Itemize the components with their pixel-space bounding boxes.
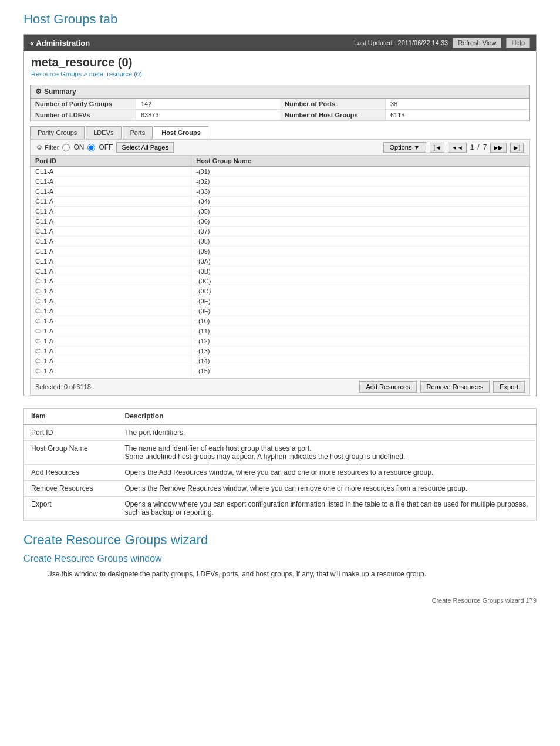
cell-host-group-name: -(07) bbox=[191, 227, 529, 237]
last-page-button[interactable]: ▶| bbox=[510, 143, 524, 153]
total-pages: 7 bbox=[483, 143, 487, 151]
table-row[interactable]: CL1-A-(07) bbox=[31, 227, 529, 237]
cell-port-id: CL1-A bbox=[31, 247, 191, 256]
cell-host-group-name: -(01) bbox=[191, 167, 529, 177]
summary-header: ⚙ Summary bbox=[31, 85, 529, 99]
desc-table-row: Add ResourcesOpens the Add Resources win… bbox=[24, 465, 537, 481]
refresh-view-button[interactable]: Refresh View bbox=[453, 38, 501, 48]
total-count: of 6118 bbox=[69, 383, 91, 390]
table-row[interactable]: CL1-A-(0F) bbox=[31, 306, 529, 316]
table-row[interactable]: CL1-A-(14) bbox=[31, 356, 529, 366]
cell-port-id: CL1-A bbox=[31, 366, 191, 376]
parity-groups-value: 142 bbox=[136, 99, 156, 109]
table-toolbar: ⚙ Filter ON OFF Select All Pages Options… bbox=[30, 139, 530, 156]
remove-resources-button[interactable]: Remove Resources bbox=[420, 381, 490, 393]
table-row[interactable]: CL1-A-(08) bbox=[31, 237, 529, 247]
cell-port-id: CL1-A bbox=[31, 266, 191, 276]
filter-text: Filter bbox=[45, 144, 59, 151]
breadcrumb-link[interactable]: Resource Groups bbox=[31, 70, 82, 77]
cell-port-id: CL1-A bbox=[31, 356, 191, 366]
filter-on-radio[interactable] bbox=[62, 144, 70, 151]
admin-title: « Administration bbox=[30, 39, 90, 48]
create-window-title: Create Resource Groups window bbox=[23, 553, 537, 564]
summary-row-parity: Number of Parity Groups 142 bbox=[31, 99, 280, 110]
create-window-description: Use this window to designate the parity … bbox=[23, 569, 537, 579]
table-row[interactable]: CL1-A-(13) bbox=[31, 346, 529, 356]
parity-groups-label: Number of Parity Groups bbox=[31, 99, 136, 109]
table-row[interactable]: CL1-A-(0E) bbox=[31, 296, 529, 306]
desc-item-description: Opens a window where you can export conf… bbox=[118, 497, 537, 521]
filter-off-label: OFF bbox=[99, 143, 113, 151]
tab-host-groups[interactable]: Host Groups bbox=[154, 126, 208, 139]
table-row[interactable]: CL1-A-(0C) bbox=[31, 276, 529, 286]
desc-table-row: ExportOpens a window where you can expor… bbox=[24, 497, 537, 521]
summary-row-hostgroups: Number of Host Groups 6118 bbox=[280, 110, 529, 121]
export-button[interactable]: Export bbox=[493, 381, 525, 393]
breadcrumb-separator: > meta_resource (0) bbox=[83, 70, 141, 77]
table-row[interactable]: CL1-A-(09) bbox=[31, 247, 529, 256]
admin-title-text: « Administration bbox=[30, 39, 90, 48]
table-row[interactable]: CL1-A-(10) bbox=[31, 316, 529, 326]
desc-item-description: The name and identifier of each host gro… bbox=[118, 441, 537, 465]
tab-ldevs[interactable]: LDEVs bbox=[86, 126, 121, 139]
tab-ports[interactable]: Ports bbox=[123, 126, 153, 139]
table-row[interactable]: CL1-A-(01) bbox=[31, 167, 529, 177]
cell-host-group-name: -(03) bbox=[191, 187, 529, 197]
table-row[interactable]: CL1-A-(0D) bbox=[31, 286, 529, 296]
options-button[interactable]: Options ▼ bbox=[383, 142, 427, 153]
next-page-button[interactable]: ▶▶ bbox=[490, 143, 507, 153]
cell-port-id: CL1-A bbox=[31, 306, 191, 316]
cell-port-id: CL1-A bbox=[31, 207, 191, 217]
prev-page-button[interactable]: ◄◄ bbox=[448, 143, 467, 153]
selected-count: Selected: 0 bbox=[35, 383, 68, 390]
table-row[interactable]: CL1-A-(0B) bbox=[31, 266, 529, 276]
page-number: Create Resource Groups wizard 179 bbox=[23, 597, 537, 604]
summary-icon: ⚙ bbox=[35, 87, 42, 96]
add-resources-button[interactable]: Add Resources bbox=[359, 381, 416, 393]
table-row[interactable]: CL1-A-(15) bbox=[31, 366, 529, 376]
cell-port-id: CL1-A bbox=[31, 336, 191, 346]
table-row[interactable]: CL1-A-(06) bbox=[31, 217, 529, 227]
summary-box: ⚙ Summary Number of Parity Groups 142 Nu… bbox=[30, 85, 530, 121]
col-port-id: Port ID bbox=[31, 156, 191, 167]
cell-host-group-name: -(05) bbox=[191, 207, 529, 217]
help-button[interactable]: Help bbox=[506, 38, 530, 48]
current-page: 1 bbox=[470, 143, 474, 151]
filter-off-radio[interactable] bbox=[87, 144, 95, 151]
first-page-button[interactable]: |◄ bbox=[430, 143, 444, 153]
cell-port-id: CL1-A bbox=[31, 217, 191, 227]
select-all-pages-button[interactable]: Select All Pages bbox=[116, 142, 174, 153]
host-groups-count-label: Number of Host Groups bbox=[280, 110, 386, 120]
cell-port-id: CL1-A bbox=[31, 296, 191, 306]
desc-item-label: Remove Resources bbox=[24, 481, 118, 497]
ldevs-value: 63873 bbox=[136, 110, 164, 120]
data-table-wrapper: Port ID Host Group Name CL1-A-(01)CL1-A-… bbox=[30, 156, 530, 379]
cell-port-id: CL1-A bbox=[31, 237, 191, 247]
admin-header: « Administration Last Updated : 2011/06/… bbox=[24, 35, 536, 51]
desc-table-row: Remove ResourcesOpens the Remove Resourc… bbox=[24, 481, 537, 497]
table-row[interactable]: CL1-A-(12) bbox=[31, 336, 529, 346]
filter-label: ⚙ Filter bbox=[36, 144, 59, 151]
desc-item-label: Port ID bbox=[24, 424, 118, 441]
summary-row-ldevs: Number of LDEVs 63873 bbox=[31, 110, 280, 121]
table-row[interactable]: CL1-A-(11) bbox=[31, 326, 529, 336]
ports-value: 38 bbox=[386, 99, 402, 109]
cell-port-id: CL1-A bbox=[31, 286, 191, 296]
table-row[interactable]: CL1-A-(05) bbox=[31, 207, 529, 217]
table-row[interactable]: CL1-A-(02) bbox=[31, 177, 529, 187]
cell-host-group-name: -(0C) bbox=[191, 276, 529, 286]
table-row[interactable]: CL1-A-(0A) bbox=[31, 256, 529, 266]
table-row[interactable]: CL1-A-(04) bbox=[31, 197, 529, 207]
host-groups-table: Port ID Host Group Name CL1-A-(01)CL1-A-… bbox=[31, 156, 529, 379]
tab-parity-groups[interactable]: Parity Groups bbox=[30, 126, 85, 139]
desc-item-description: Opens the Remove Resources window, where… bbox=[118, 481, 537, 497]
cell-port-id: CL1-A bbox=[31, 316, 191, 326]
cell-host-group-name: -(09) bbox=[191, 247, 529, 256]
cell-port-id: CL1-A bbox=[31, 326, 191, 336]
cell-port-id: CL1-A bbox=[31, 256, 191, 266]
cell-host-group-name: -(08) bbox=[191, 237, 529, 247]
cell-port-id: CL1-A bbox=[31, 197, 191, 207]
col-host-group-name: Host Group Name bbox=[191, 156, 529, 167]
summary-grid: Number of Parity Groups 142 Number of Po… bbox=[31, 99, 529, 121]
table-row[interactable]: CL1-A-(03) bbox=[31, 187, 529, 197]
